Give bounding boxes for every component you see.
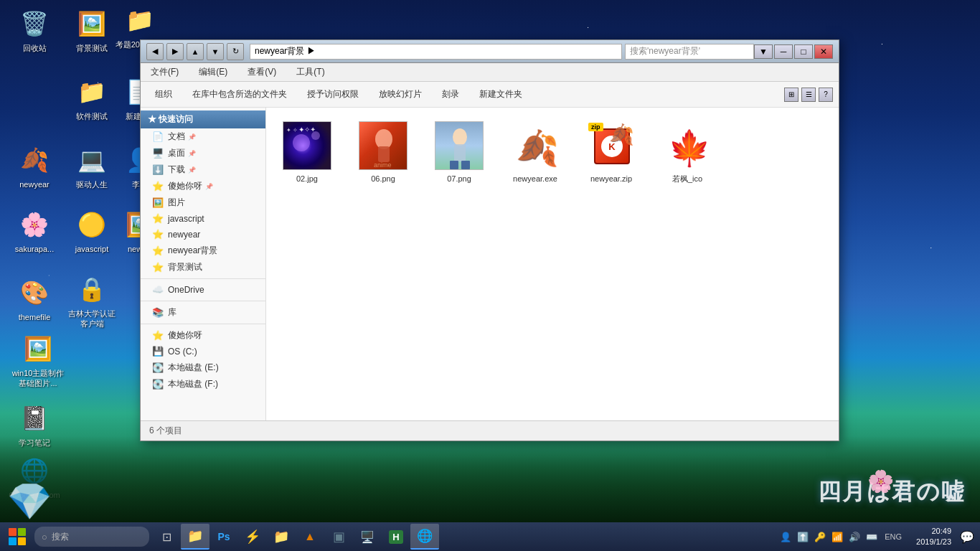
sidebar-item-desktop-label: 桌面 — [168, 147, 185, 159]
taskbar-hxd[interactable]: H — [382, 524, 410, 550]
maximize-button[interactable]: □ — [794, 44, 813, 59]
sidebar-item-shata[interactable]: ⭐ 傻她你呀 — [141, 178, 265, 194]
menu-edit[interactable]: 编辑(E) — [194, 65, 232, 80]
menu-file[interactable]: 文件(F) — [146, 65, 183, 80]
dropdown-button[interactable]: ▼ — [754, 44, 773, 59]
sidebar-item-osc-label: OS (C:) — [168, 347, 197, 357]
sidebar-item-onedrive[interactable]: ☁️ OneDrive — [141, 282, 265, 298]
menu-tools[interactable]: 工具(T) — [292, 65, 329, 80]
file-ruofeng-ico-icon-area: 🍁 — [662, 121, 712, 171]
tray-volume-icon[interactable]: 🔊 — [847, 529, 862, 544]
file-item-ruofeng-ico[interactable]: 🍁 若枫_ico — [655, 116, 720, 188]
svg-rect-11 — [450, 161, 458, 169]
up-button[interactable]: ▲ — [187, 43, 204, 60]
taskbar-folder2[interactable]: 📁 — [267, 524, 296, 550]
desktop-icon-theme[interactable]: 🎨 themefile — [6, 273, 63, 325]
toolbar-organize[interactable]: 组织 — [146, 85, 181, 103]
view-help-btn[interactable]: ? — [819, 88, 833, 102]
taskbar-search-icon: ○ — [42, 532, 47, 542]
file-item-02jpg[interactable]: ✦ ✧ ✦ 02.jpg — [275, 116, 339, 188]
taskbar-desktop2[interactable]: 🖥️ — [353, 524, 382, 550]
taskbar-file-explorer[interactable]: 📁 — [181, 524, 209, 550]
zip-maple-overlay: 🍂 — [609, 123, 634, 146]
explorer-body: ★ 快速访问 📄 文档 🖥️ 桌面 ⬇️ 下载 ⭐ 傻她你呀 — [141, 108, 839, 420]
sakura-label: sakurapa... — [15, 244, 54, 254]
file-item-07png[interactable]: 07.png — [427, 116, 491, 188]
js-icon: 🟡 — [75, 207, 109, 242]
view-layout-btn[interactable]: ⊞ — [784, 88, 798, 102]
refresh-button[interactable]: ↻ — [227, 43, 244, 60]
desktop-icon-jlu[interactable]: 🔒 吉林大学认证客户端 — [63, 269, 121, 332]
library-icon: 📚 — [152, 307, 164, 319]
toolbar-include-folder[interactable]: 在库中包含所选的文件夹 — [184, 85, 296, 103]
driver-label: 驱动人生 — [76, 179, 108, 189]
forward-button[interactable]: ▶ — [166, 43, 184, 60]
taskbar-photoshop[interactable]: Ps — [209, 524, 238, 550]
sidebar-item-downloads[interactable]: ⬇️ 下载 — [141, 161, 265, 178]
close-button[interactable]: ✕ — [814, 44, 833, 59]
taskbar-thunder[interactable]: ⚡ — [238, 524, 267, 550]
zip-badge: zip — [588, 123, 603, 131]
sidebar-item-newyear[interactable]: ⭐ newyear — [141, 227, 265, 242]
06png-svg: anime — [359, 121, 407, 170]
desktop-icon-recycle[interactable]: 🗑️ 回收站 — [6, 4, 63, 56]
sidebar-item-os-c[interactable]: 💾 OS (C:) — [141, 344, 265, 359]
sidebar-item-library[interactable]: 📚 库 — [141, 304, 265, 321]
sidebar-item-drive-f[interactable]: 💽 本地磁盘 (F:) — [141, 376, 265, 392]
taskview-button[interactable]: ⊡ — [152, 524, 181, 550]
taskbar-search[interactable]: ○ 搜索 — [34, 527, 149, 547]
windows-logo-green — [18, 528, 26, 536]
taskbar-chrome[interactable]: 🌐 — [410, 524, 439, 550]
desktop-icon-win10[interactable]: 🖼️ win10主题制作基础图片... — [6, 329, 70, 392]
address-bar[interactable]: newyear背景 ▶ — [250, 44, 622, 60]
sidebar-item-javascript[interactable]: ⭐ javascript — [141, 211, 265, 227]
windows-logo-red — [9, 528, 17, 536]
desktop-icon-newyear[interactable]: 🍂 newyear — [6, 140, 63, 192]
file-item-06png[interactable]: anime 06.png — [351, 116, 415, 188]
win10-label: win10主题制作基础图片... — [9, 368, 67, 389]
sidebar-item-drive-e[interactable]: 💽 本地磁盘 (E:) — [141, 359, 265, 376]
sidebar-item-documents[interactable]: 📄 文档 — [141, 128, 265, 145]
sidebar-item-drive-f-label: 本地磁盘 (F:) — [168, 378, 218, 390]
title-bar: ◀ ▶ ▲ ▼ ↻ newyear背景 ▶ 搜索'newyear背景' ▼ ─ … — [141, 40, 839, 63]
sidebar-item-desktop[interactable]: 🖥️ 桌面 — [141, 145, 265, 161]
taskbar-vmware[interactable]: ▣ — [324, 524, 353, 550]
file-newyear-zip-label: newyear.zip — [590, 174, 632, 184]
file-item-newyear-exe[interactable]: 🍂 newyear.exe — [503, 116, 567, 188]
sidebar-item-pictures[interactable]: 🖼️ 图片 — [141, 194, 265, 211]
search-bar[interactable]: 搜索'newyear背景' — [625, 44, 754, 60]
sidebar-item-bgtest[interactable]: ⭐ 背景测试 — [141, 259, 265, 276]
tray-key-icon[interactable]: 🔑 — [813, 529, 827, 544]
sidebar-item-shata2[interactable]: ⭐ 傻她你呀 — [141, 327, 265, 344]
view-list-btn[interactable]: ☰ — [801, 88, 816, 102]
notification-button[interactable]: 💬 — [957, 524, 977, 550]
start-button[interactable] — [3, 524, 32, 550]
recent-button[interactable]: ▼ — [207, 43, 224, 60]
toolbar-grant-access[interactable]: 授予访问权限 — [298, 85, 367, 103]
taskbar: ○ 搜索 ⊡ 📁 Ps ⚡ 📁 ▲ ▣ 🖥️ H — [0, 522, 980, 551]
tray-network-icon[interactable]: 📶 — [830, 529, 844, 544]
svg-rect-10 — [454, 144, 466, 161]
toolbar-slideshow[interactable]: 放映幻灯片 — [370, 85, 430, 103]
tray-keyboard-icon[interactable]: ⌨️ — [864, 529, 879, 544]
toolbar-burn[interactable]: 刻录 — [433, 85, 468, 103]
zip-container: zip K 🍂 — [588, 123, 634, 169]
menu-view[interactable]: 查看(V) — [243, 65, 281, 80]
back-button[interactable]: ◀ — [146, 43, 164, 60]
newyearbg-icon: ⭐ — [152, 245, 164, 257]
desktop-icon-sakura[interactable]: 🌸 sakurapa... — [6, 204, 63, 257]
tray-upload-icon[interactable]: ⬆️ — [796, 529, 810, 544]
sidebar-quickaccess-header[interactable]: ★ 快速访问 — [141, 110, 265, 128]
toolbar-new-folder[interactable]: 新建文件夹 — [471, 85, 531, 103]
system-clock[interactable]: 20:49 2019/1/23 — [910, 526, 957, 548]
taskbar-matlab[interactable]: ▲ — [296, 524, 324, 550]
tray-people-icon[interactable]: 👤 — [778, 529, 793, 544]
sidebar-item-newyearbg[interactable]: ⭐ newyear背景 — [141, 242, 265, 259]
file-02jpg-thumbnail: ✦ ✧ ✦ — [283, 121, 331, 170]
file-content-area: ✦ ✧ ✦ 02.jpg — [266, 108, 839, 420]
hxd-icon: H — [389, 530, 402, 544]
file-item-newyear-zip[interactable]: zip K 🍂 newyear.zip — [579, 116, 644, 188]
tray-lang[interactable]: ENG — [882, 532, 905, 541]
minimize-button[interactable]: ─ — [774, 44, 793, 59]
sidebar: ★ 快速访问 📄 文档 🖥️ 桌面 ⬇️ 下载 ⭐ 傻她你呀 — [141, 108, 266, 420]
